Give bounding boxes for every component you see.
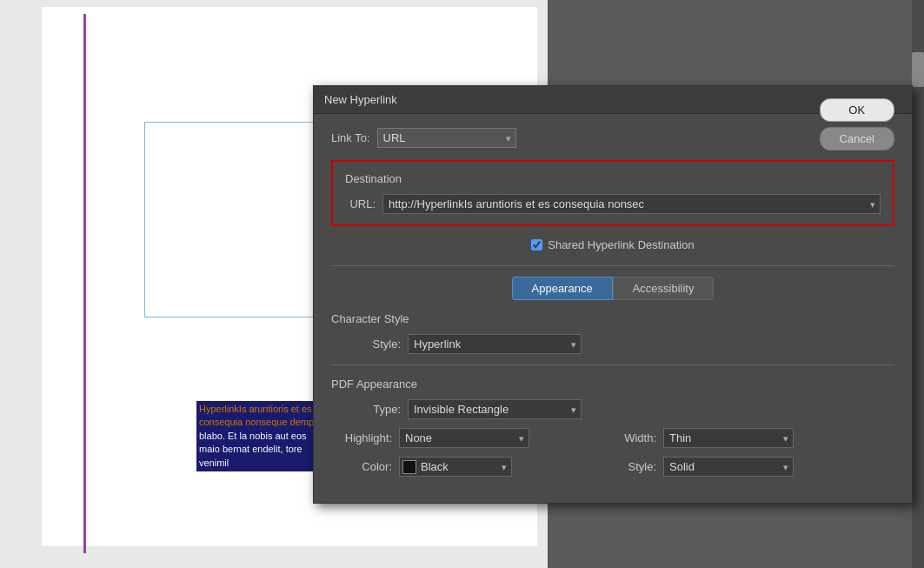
shared-hyperlink-checkbox[interactable] (531, 239, 542, 251)
ok-button[interactable]: OK (820, 98, 894, 122)
style2-select[interactable]: Solid (663, 457, 794, 477)
type-label: Type: (331, 403, 401, 416)
url-row: URL: http://HyperlinkIs aruntioris et es… (345, 194, 881, 214)
width-col: Width: Thin (613, 428, 894, 448)
highlight-label: Highlight: (331, 431, 392, 444)
url-select-wrapper: http://HyperlinkIs aruntioris et es cons… (382, 194, 881, 214)
text-block: HyperlinkIs aruntioris et es consequia n… (196, 401, 331, 471)
dialog-title: New Hyperlink (324, 93, 397, 106)
destination-title: Destination (345, 172, 881, 185)
dialog-body: Link To: URL Destination URL: http://Hyp… (314, 114, 912, 477)
tab-bar: Appearance Accessibility (331, 277, 894, 300)
highlight-select-wrapper: None (399, 428, 529, 448)
color-style-row: Color: Black Style: Solid (331, 457, 894, 477)
cancel-button[interactable]: Cancel (820, 127, 894, 150)
url-label: URL: (345, 197, 376, 210)
pdf-appearance-title: PDF Appearance (331, 378, 894, 391)
character-style-title: Character Style (331, 312, 894, 325)
pdf-appearance-section: PDF Appearance Type: Invisible Rectangle… (331, 378, 894, 477)
new-hyperlink-dialog: New Hyperlink OK Cancel Link To: URL Des… (313, 85, 913, 504)
color-label: Color: (331, 460, 392, 473)
link-to-label: Link To: (331, 131, 370, 144)
destination-box: Destination URL: http://HyperlinkIs arun… (331, 160, 894, 226)
highlight-select[interactable]: None (399, 428, 529, 448)
style-label: Style: (331, 337, 401, 351)
color-select[interactable]: Black (399, 457, 512, 477)
color-select-wrapper: Black (399, 457, 512, 477)
text-highlight: HyperlinkIs aruntioris et es consequia n… (199, 404, 319, 427)
width-select-wrapper: Thin (663, 428, 794, 448)
link-to-row: Link To: URL (331, 128, 894, 148)
style2-col: Style: Solid (613, 457, 894, 477)
scrollbar[interactable] (912, 0, 924, 568)
style-select-wrapper: Hyperlink (408, 334, 582, 354)
style-select[interactable]: Hyperlink (408, 334, 582, 354)
divider-2 (331, 364, 894, 365)
link-to-select-wrapper: URL (377, 128, 516, 148)
link-to-select[interactable]: URL (377, 128, 516, 148)
divider-1 (331, 265, 894, 266)
width-select[interactable]: Thin (663, 428, 794, 448)
tab-accessibility[interactable]: Accessibility (613, 277, 715, 300)
type-select[interactable]: Invisible Rectangle (408, 399, 582, 419)
style2-label: Style: (613, 460, 656, 473)
scrollbar-thumb[interactable] (912, 52, 924, 87)
shared-hyperlink-row: Shared Hyperlink Destination (331, 238, 894, 251)
url-select[interactable]: http://HyperlinkIs aruntioris et es cons… (382, 194, 881, 214)
width-label: Width: (613, 431, 656, 444)
color-col: Color: Black (331, 457, 613, 477)
dialog-buttons: OK Cancel (820, 98, 894, 150)
type-select-wrapper: Invisible Rectangle (408, 399, 582, 419)
purple-border (83, 14, 86, 553)
highlight-col: Highlight: None (331, 428, 613, 448)
style2-select-wrapper: Solid (663, 457, 794, 477)
highlight-width-row: Highlight: None Width: Thin (331, 428, 894, 448)
style-row: Style: Hyperlink (331, 334, 894, 354)
tab-appearance[interactable]: Appearance (512, 277, 613, 300)
type-row: Type: Invisible Rectangle (331, 399, 894, 419)
shared-hyperlink-label: Shared Hyperlink Destination (548, 238, 694, 251)
